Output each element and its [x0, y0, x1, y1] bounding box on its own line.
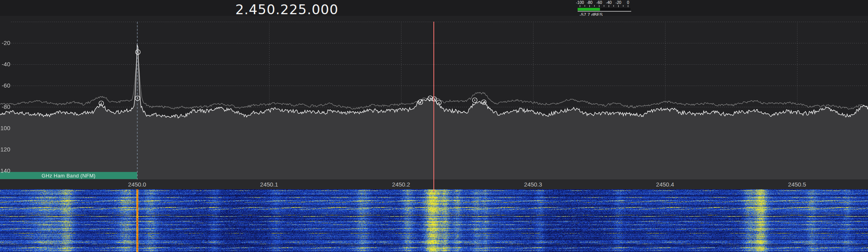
meter-scale-label: -40	[606, 0, 612, 5]
signal-strength-meter: -100-80-60-40-200 -57.7 dBFS	[574, 0, 638, 18]
freq-axis-label: 2450.3	[517, 181, 549, 188]
spectrum-plot-canvas[interactable]	[0, 16, 868, 179]
meter-scale-label: -100	[576, 0, 584, 5]
meter-scale: -100-80-60-40-200	[574, 0, 638, 12]
freq-axis-label: 2450.5	[781, 181, 813, 188]
sdr-application-window: 2.450.225.000 -100-80-60-40-200 -57.7 dB…	[0, 0, 868, 252]
freq-axis-label: 2450.0	[121, 181, 153, 188]
waterfall-canvas[interactable]	[0, 189, 868, 252]
meter-scale-label: -20	[615, 0, 621, 5]
freq-axis-label: 2450.1	[253, 181, 285, 188]
meter-scale-label: -60	[597, 0, 602, 5]
meter-level-bar	[578, 8, 600, 11]
band-plan-label: GHz Ham Band (NFM)	[0, 172, 137, 179]
meter-scale-label: 0	[627, 0, 629, 5]
tuning-line[interactable]	[433, 179, 434, 192]
meter-scale-label: -80	[587, 0, 593, 5]
tuned-frequency-display[interactable]: 2.450.225.000	[0, 2, 574, 17]
freq-axis-label: 2450.4	[649, 181, 681, 188]
freq-axis-label: 2450.2	[385, 181, 417, 188]
